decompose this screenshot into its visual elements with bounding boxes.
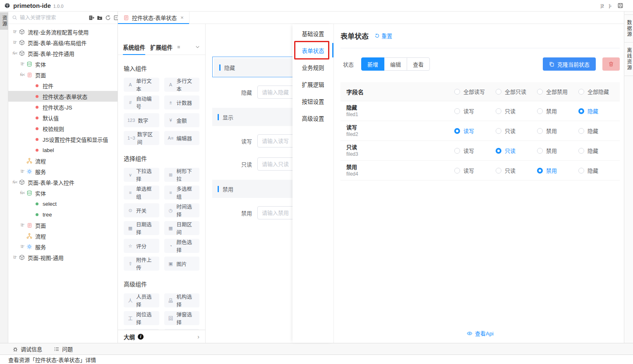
view-api-link[interactable]: 查看Api xyxy=(340,329,620,337)
outline-bar[interactable]: 大纲 i › xyxy=(118,330,205,343)
state-button[interactable]: 查看 xyxy=(407,57,430,71)
refresh-icon[interactable] xyxy=(104,14,112,21)
tree-item[interactable]: Ñ<页面-表单-控件通用 xyxy=(8,48,117,59)
reset-link[interactable]: 重置 xyxy=(374,32,392,40)
palette-item[interactable]: ◔颜色选择 xyxy=(164,239,200,253)
search-input[interactable] xyxy=(20,15,86,21)
chevron-down-icon[interactable] xyxy=(195,44,200,50)
tree-item[interactable]: îž’页面 xyxy=(8,220,117,231)
tree-item[interactable]: label xyxy=(8,145,117,155)
tab-close-icon[interactable]: × xyxy=(180,14,184,21)
radio-button[interactable] xyxy=(537,89,543,95)
palette-item[interactable]: ∨下拉选择 xyxy=(124,168,159,182)
radio-button[interactable] xyxy=(537,108,543,114)
rail-tab-datasource[interactable]: 数据源 xyxy=(624,14,633,43)
debug-info-item[interactable]: 调试信息 xyxy=(12,345,42,353)
editor-tab[interactable]: 控件状态-表单状态 × xyxy=(118,12,189,24)
tab-extension-components[interactable]: 扩展组件 xyxy=(150,39,173,55)
panel-toggle-icon-2[interactable]: ĵ› xyxy=(609,3,611,8)
caret-icon[interactable]: Ñ< xyxy=(19,73,26,77)
radio-button[interactable] xyxy=(537,128,543,134)
settings-menu-item[interactable]: 扩展逻辑 xyxy=(293,76,333,93)
palette-item[interactable]: 品机构选择 xyxy=(164,293,200,307)
palette-item[interactable]: 人人员选择 xyxy=(124,293,159,307)
palette-item[interactable]: ☆评分 xyxy=(124,239,159,253)
radio-button[interactable] xyxy=(496,108,501,114)
settings-menu-item[interactable]: 高级设置 xyxy=(293,109,333,126)
caret-icon[interactable]: îž’ xyxy=(12,40,19,45)
radio-button[interactable] xyxy=(454,89,460,95)
radio-button[interactable] xyxy=(496,128,501,134)
settings-menu-item[interactable]: 业务规则 xyxy=(293,59,333,76)
tree-item[interactable]: 默认值 xyxy=(8,112,117,123)
palette-item[interactable]: 回弹窗选择 xyxy=(164,311,200,325)
caret-icon[interactable]: îž’ xyxy=(19,223,26,227)
clone-state-button[interactable]: 克隆当前状态 xyxy=(543,57,596,71)
chevron-right-icon[interactable]: › xyxy=(197,333,199,340)
delete-state-button[interactable] xyxy=(602,57,620,71)
radio-button[interactable] xyxy=(454,128,460,134)
palette-item[interactable]: A单行文本 xyxy=(124,78,159,92)
tree-item[interactable]: Ñ<页面-表单-录入控件 xyxy=(8,177,117,188)
radio-button[interactable] xyxy=(578,168,584,174)
palette-item[interactable]: ≡多选框组 xyxy=(164,186,200,200)
radio-button[interactable] xyxy=(537,168,543,174)
radio-button[interactable] xyxy=(578,148,584,154)
export-icon[interactable] xyxy=(88,14,95,21)
caret-icon[interactable]: Ñ< xyxy=(12,180,19,184)
palette-item[interactable]: ±计数器 xyxy=(164,95,200,109)
rail-tab-offline-resources[interactable]: 离线资源 xyxy=(624,43,633,76)
radio-button[interactable] xyxy=(578,108,584,114)
tree-item[interactable]: JS设置控件提交值和显示值 xyxy=(8,134,117,145)
palette-item[interactable]: ▦日期选择 xyxy=(124,221,159,235)
radio-button[interactable] xyxy=(454,108,460,114)
tree-item[interactable]: îž’流程-业务流程配置与使用 xyxy=(8,26,117,37)
radio-button[interactable] xyxy=(496,148,501,154)
palette-item[interactable]: ≡单选框组 xyxy=(124,186,159,200)
tree-item[interactable]: select xyxy=(8,198,117,209)
caret-icon[interactable]: îž’ xyxy=(19,169,26,174)
tree-item[interactable]: Ñ<页面 xyxy=(8,69,117,80)
caret-icon[interactable]: îž’ xyxy=(19,62,26,66)
caret-icon[interactable]: Ñ< xyxy=(12,51,19,55)
caret-icon[interactable]: îž’ xyxy=(12,30,19,34)
panel-toggle-icon[interactable]: ĵž xyxy=(601,3,604,8)
palette-item[interactable]: A≡编辑器 xyxy=(164,131,200,145)
radio-button[interactable] xyxy=(578,89,584,95)
radio-button[interactable] xyxy=(454,168,460,174)
palette-item[interactable]: 1~3数字区间 xyxy=(124,131,159,145)
radio-button[interactable] xyxy=(454,148,460,154)
tree-item[interactable]: 流程 xyxy=(8,231,117,241)
tree-item[interactable]: îž’服务 xyxy=(8,166,117,177)
state-button[interactable]: 新增 xyxy=(361,57,384,71)
tree-item[interactable]: 控件状态-表单状态 xyxy=(8,91,117,102)
tree-item[interactable]: 校验规则 xyxy=(8,123,117,134)
palette-item[interactable]: 工岗位选择 xyxy=(124,311,159,325)
caret-icon[interactable]: Ñ< xyxy=(19,191,26,195)
radio-button[interactable] xyxy=(496,168,501,174)
settings-menu-item[interactable]: 表单状态 xyxy=(293,42,333,59)
tree-item[interactable]: îž’页面-表单-高级/布局组件 xyxy=(8,37,117,48)
palette-item[interactable]: ¥金额 xyxy=(164,113,200,127)
problems-item[interactable]: 问题 xyxy=(54,345,73,353)
radio-button[interactable] xyxy=(496,89,501,95)
settings-menu-item[interactable]: 按钮设置 xyxy=(293,93,333,109)
tree-item[interactable]: îž’页面-视图-通用 xyxy=(8,252,117,263)
palette-item[interactable]: ▣图片 xyxy=(164,257,200,271)
palette-item[interactable]: 123数字 xyxy=(124,113,159,127)
tab-system-components[interactable]: 系统组件 xyxy=(123,39,145,55)
palette-item[interactable]: ⇧附件上传 xyxy=(124,257,159,271)
tree-item[interactable]: Ñ<实体 xyxy=(8,188,117,198)
caret-icon[interactable]: îž’ xyxy=(19,245,26,249)
radio-button[interactable] xyxy=(578,128,584,134)
tree-item[interactable]: 流程 xyxy=(8,155,117,166)
radio-button[interactable] xyxy=(537,148,543,154)
palette-item[interactable]: A多行文本 xyxy=(164,78,200,92)
palette-item[interactable]: ⊙开关 xyxy=(124,203,159,217)
palette-item[interactable]: ⊞树形下拉 xyxy=(164,168,200,182)
palette-item[interactable]: ◷时间选择 xyxy=(164,203,200,217)
tree-item[interactable]: tree xyxy=(8,209,117,220)
palette-item[interactable]: ▦日期区间 xyxy=(164,221,200,235)
settings-menu-item[interactable]: 基础设置 xyxy=(293,25,333,42)
add-folder-icon[interactable] xyxy=(96,14,103,21)
